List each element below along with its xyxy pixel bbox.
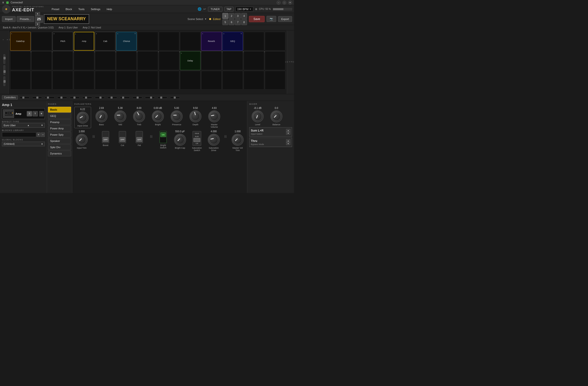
chain-cell-3-8[interactable]	[159, 71, 179, 90]
chain-cell-1-2[interactable]	[31, 32, 52, 51]
block-amp[interactable]: x Amp	[74, 32, 94, 51]
chain-cell-2-2[interactable]	[31, 51, 52, 70]
tuner-button[interactable]: TUNER	[208, 7, 222, 12]
chain-cell-1-13[interactable]	[265, 32, 285, 51]
level-knob[interactable]	[252, 110, 264, 122]
bpm-dropdown-icon[interactable]: ▼	[250, 8, 252, 10]
presets-button[interactable]: Presets...	[17, 16, 34, 22]
input-trim-knob[interactable]	[76, 134, 88, 146]
scene-btn-4[interactable]: 4	[241, 13, 247, 19]
fat-switch[interactable]: OFF	[136, 131, 143, 143]
chain-cell-3-10[interactable]	[201, 71, 222, 90]
bypass-mode-down[interactable]: ▼	[286, 142, 290, 145]
chain-cell-2-10[interactable]	[201, 51, 222, 70]
effect-type-select[interactable]: Euro Uber ▲ ▼	[2, 123, 45, 128]
controller-slider-6[interactable]	[83, 97, 92, 99]
scene-btn-1[interactable]: 1	[222, 13, 228, 19]
controller-slider-5[interactable]	[70, 97, 80, 99]
scene-select-dropdown-icon[interactable]: ▼	[205, 18, 207, 20]
menu-help[interactable]: Help	[104, 7, 115, 12]
controller-slider-13[interactable]	[170, 97, 180, 99]
master-vol-trim-knob[interactable]	[231, 134, 244, 146]
bass-knob[interactable]	[95, 110, 107, 122]
block-reverb[interactable]: x Reverb	[201, 32, 222, 51]
page-speaker[interactable]: Speaker	[48, 138, 71, 144]
chain-cell-3-7[interactable]	[137, 71, 158, 90]
blocks-library-add-button[interactable]: +	[37, 133, 41, 137]
chain-cell-3-13[interactable]	[265, 71, 285, 90]
page-preamp[interactable]: Preamp	[48, 119, 71, 125]
blocks-library-input[interactable]	[2, 132, 36, 137]
page-spkr-drv[interactable]: Spkr Drv	[48, 144, 71, 150]
blocks-library-remove-button[interactable]: −	[41, 133, 45, 137]
chain-cell-1-9[interactable]	[180, 32, 201, 51]
controller-slider-3[interactable]	[45, 97, 54, 99]
controller-slider-2[interactable]	[32, 97, 42, 99]
menu-preset[interactable]: Preset	[49, 7, 62, 12]
scene-btn-8[interactable]: 8	[241, 19, 247, 25]
block-delay[interactable]: x Delay	[180, 51, 201, 70]
chain-cell-3-4[interactable]	[74, 71, 94, 90]
chain-cell-1-7[interactable]	[137, 32, 158, 51]
input-select-down[interactable]: ▼	[286, 132, 290, 135]
chain-cell-1-8[interactable]	[159, 32, 179, 51]
input-select-up[interactable]: ▲	[286, 129, 290, 132]
scene-btn-3[interactable]: 3	[235, 13, 241, 19]
block-chorus[interactable]: x Y Chorus	[116, 32, 137, 51]
controllers-label[interactable]: Controllers	[2, 95, 18, 100]
controller-slider-11[interactable]	[145, 97, 155, 99]
controller-slider-4[interactable]	[57, 97, 67, 99]
depth-knob[interactable]	[189, 110, 201, 122]
chain-cell-2-5[interactable]	[95, 51, 115, 70]
gate-slider1[interactable]	[3, 54, 5, 64]
bright-cap-knob[interactable]	[174, 134, 186, 146]
menu-tools[interactable]: Tools	[75, 7, 87, 12]
saturation-drive-knob[interactable]	[208, 134, 220, 146]
nav-down-button[interactable]: ▼	[35, 23, 40, 26]
block-cab[interactable]: x Cab	[95, 32, 115, 51]
bright-switch[interactable]: ON	[160, 131, 167, 143]
chain-cell-2-4[interactable]	[74, 51, 94, 70]
chain-cell-3-3[interactable]	[53, 71, 73, 90]
menu-block[interactable]: Block	[63, 7, 75, 12]
bypass-mode-up[interactable]: ▲	[286, 139, 290, 142]
saturation-switch[interactable]: Ideal Auth Off	[192, 131, 201, 146]
controller-slider-8[interactable]	[107, 97, 117, 99]
save-button[interactable]: Save	[249, 16, 265, 22]
block-pitch[interactable]: x Pitch	[53, 32, 73, 51]
import-button[interactable]: Import	[2, 16, 16, 22]
chain-cell-2-7[interactable]	[137, 51, 158, 70]
controller-slider-12[interactable]	[158, 97, 167, 99]
global-blocks-select[interactable]: (Unlinked) ▼	[2, 142, 45, 146]
block-geq[interactable]: x Y GEQ	[222, 32, 243, 51]
chain-cell-3-11[interactable]	[222, 71, 243, 90]
scene-btn-7[interactable]: 7	[235, 19, 241, 25]
chain-cell-3-6[interactable]	[116, 71, 137, 90]
treb-knob[interactable]	[133, 110, 145, 122]
export-button[interactable]: Export	[278, 16, 292, 22]
page-power-sply[interactable]: Power Sply	[48, 132, 71, 138]
cut-switch[interactable]: OFF	[119, 131, 126, 143]
controller-slider-10[interactable]	[132, 97, 142, 99]
master-volume-knob[interactable]	[208, 110, 220, 122]
preset-name-display[interactable]: NEW SCEANARRY	[44, 14, 89, 24]
chain-cell-3-5[interactable]	[95, 71, 115, 90]
menu-settings[interactable]: Settings	[88, 7, 103, 12]
chain-cell-3-1[interactable]	[10, 71, 31, 90]
tap-button[interactable]: TAP	[224, 7, 234, 12]
mid-knob[interactable]	[114, 110, 126, 122]
boost-switch[interactable]: OFF	[102, 131, 109, 143]
chain-cell-3-12[interactable]	[244, 71, 264, 90]
camera-button[interactable]: 📷	[267, 16, 276, 22]
chain-cell-1-12[interactable]	[244, 32, 264, 51]
page-power-amp[interactable]: Power Amp	[48, 125, 71, 131]
scene-btn-6[interactable]: 6	[229, 19, 234, 25]
bright-knob[interactable]	[152, 110, 164, 122]
scene-btn-5[interactable]: 5	[222, 19, 228, 25]
chain-cell-3-9[interactable]	[180, 71, 201, 90]
page-dynamics[interactable]: Dynamics	[48, 151, 71, 156]
nav-up-button[interactable]: ▲	[35, 12, 40, 15]
chain-cell-2-8[interactable]	[159, 51, 179, 70]
gate-slider3[interactable]	[3, 76, 5, 86]
page-basic[interactable]: Basic	[48, 107, 71, 113]
